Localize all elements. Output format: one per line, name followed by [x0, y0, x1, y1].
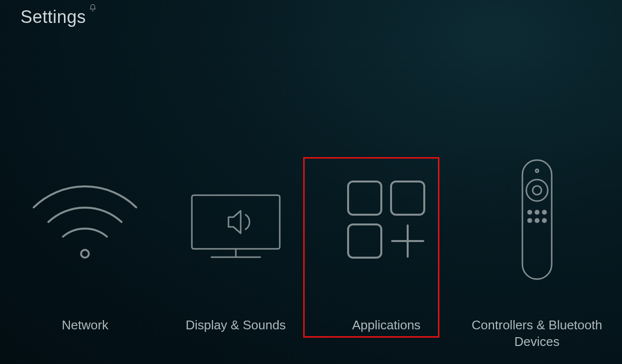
svg-point-0	[81, 250, 89, 258]
tile-network[interactable]: Network	[17, 156, 153, 334]
svg-point-16	[527, 218, 532, 223]
svg-point-10	[536, 169, 539, 172]
svg-point-17	[535, 218, 539, 223]
page-title: Settings	[21, 7, 86, 27]
tv-sound-icon	[167, 156, 304, 283]
tile-label: Display & Sounds	[186, 317, 286, 334]
tile-applications[interactable]: Applications	[318, 156, 455, 334]
tile-controllers-bluetooth[interactable]: Controllers & Bluetooth Devices	[469, 156, 605, 350]
remote-icon	[469, 156, 605, 283]
svg-point-13	[527, 210, 532, 215]
svg-point-11	[526, 180, 548, 201]
settings-tiles-row: Network Display & Sounds Applicati	[0, 156, 622, 350]
svg-rect-1	[192, 195, 280, 249]
wifi-icon	[17, 156, 153, 283]
apps-icon	[318, 156, 455, 283]
tile-display-sounds[interactable]: Display & Sounds	[167, 156, 304, 334]
svg-rect-6	[348, 224, 381, 258]
svg-rect-4	[348, 182, 381, 215]
tile-label: Network	[62, 317, 108, 334]
svg-point-15	[542, 210, 547, 215]
tile-label: Controllers & Bluetooth Devices	[469, 317, 605, 350]
header: Settings	[21, 7, 97, 27]
svg-rect-5	[391, 182, 424, 215]
svg-point-14	[535, 210, 539, 215]
svg-point-12	[533, 186, 541, 195]
tile-label: Applications	[352, 317, 420, 334]
notification-bell-icon[interactable]	[89, 4, 97, 14]
svg-point-18	[542, 218, 547, 223]
